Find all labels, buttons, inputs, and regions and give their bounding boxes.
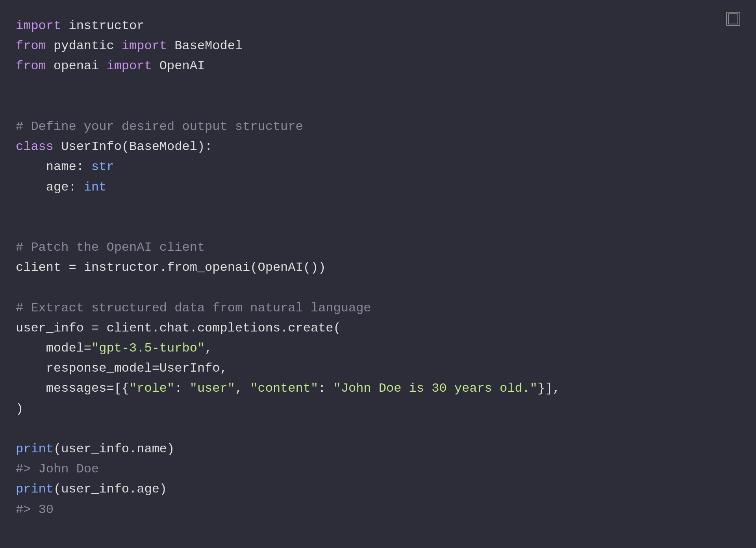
code-line: response_model=UserInfo, xyxy=(16,358,740,378)
code-token: }], xyxy=(537,381,560,396)
blank-line xyxy=(16,419,740,439)
code-line: # Patch the OpenAI client xyxy=(16,237,740,257)
code-token: print xyxy=(16,482,54,496)
code-token: (user_info.age) xyxy=(54,482,167,496)
code-line: user_info = client.chat.completions.crea… xyxy=(16,318,740,338)
code-token: messages=[{ xyxy=(16,381,129,396)
blank-line xyxy=(16,197,740,217)
code-line: ) xyxy=(16,399,740,419)
code-line: # Extract structured data from natural l… xyxy=(16,298,740,318)
code-token: pydantic xyxy=(46,39,122,53)
code-line: from openai import OpenAI xyxy=(16,56,740,76)
code-token: : xyxy=(318,381,333,396)
code-line: client = instructor.from_openai(OpenAI()… xyxy=(16,257,740,278)
code-line: messages=[{"role": "user", "content": "J… xyxy=(16,378,740,398)
code-block: import instructorfrom pydantic import Ba… xyxy=(16,16,740,520)
code-line: #> John Doe xyxy=(16,459,740,479)
code-line: from pydantic import BaseModel xyxy=(16,36,740,56)
code-token: : xyxy=(174,381,189,396)
code-editor-container: import instructorfrom pydantic import Ba… xyxy=(0,0,756,548)
code-token: # Extract structured data from natural l… xyxy=(16,301,371,315)
code-token: openai xyxy=(46,59,107,73)
code-line: class UserInfo(BaseModel): xyxy=(16,137,740,157)
code-token: print xyxy=(16,442,54,456)
code-line: #> 30 xyxy=(16,500,740,520)
code-token: import xyxy=(106,59,152,73)
code-line: age: int xyxy=(16,177,740,197)
code-token: age: xyxy=(16,180,84,194)
code-token: OpenAI xyxy=(152,59,205,73)
code-token: , xyxy=(205,341,212,355)
code-token: name: xyxy=(16,159,91,174)
code-token: (user_info.name) xyxy=(54,442,174,456)
copy-icon[interactable] xyxy=(726,12,740,26)
code-token: client = instructor.from_openai(OpenAI()… xyxy=(16,260,326,275)
code-line: model="gpt-3.5-turbo", xyxy=(16,338,740,358)
code-token: #> 30 xyxy=(16,502,54,517)
code-token: user_info = client.chat.completions.crea… xyxy=(16,321,341,335)
code-token: ) xyxy=(16,402,23,416)
code-token: import xyxy=(16,19,61,33)
code-token: "user" xyxy=(190,381,235,396)
code-token: UserInfo(BaseModel): xyxy=(54,139,212,154)
code-token: #> John Doe xyxy=(16,462,99,476)
code-token: response_model=UserInfo, xyxy=(16,361,228,376)
code-token: "content" xyxy=(250,381,318,396)
code-token: BaseModel xyxy=(167,39,243,53)
code-token: , xyxy=(235,381,250,396)
code-token: "role" xyxy=(129,381,174,396)
code-line: print(user_info.age) xyxy=(16,479,740,499)
code-line: import instructor xyxy=(16,16,740,36)
code-token: from xyxy=(16,39,46,53)
code-token: from xyxy=(16,59,46,73)
blank-line xyxy=(16,76,740,96)
blank-line xyxy=(16,278,740,298)
code-token: # Patch the OpenAI client xyxy=(16,240,205,255)
code-token: # Define your desired output structure xyxy=(16,119,303,134)
code-token: "gpt-3.5-turbo" xyxy=(91,341,205,355)
blank-line xyxy=(16,96,740,117)
code-token: "John Doe is 30 years old." xyxy=(334,381,537,396)
code-token: str xyxy=(91,159,114,174)
blank-line xyxy=(16,217,740,237)
code-token: instructor xyxy=(61,19,144,33)
code-token: int xyxy=(84,180,107,194)
code-line: # Define your desired output structure xyxy=(16,117,740,137)
code-token: model= xyxy=(16,341,91,355)
code-line: print(user_info.name) xyxy=(16,439,740,459)
code-token: class xyxy=(16,139,54,154)
code-token: import xyxy=(122,39,167,53)
code-line: name: str xyxy=(16,157,740,177)
